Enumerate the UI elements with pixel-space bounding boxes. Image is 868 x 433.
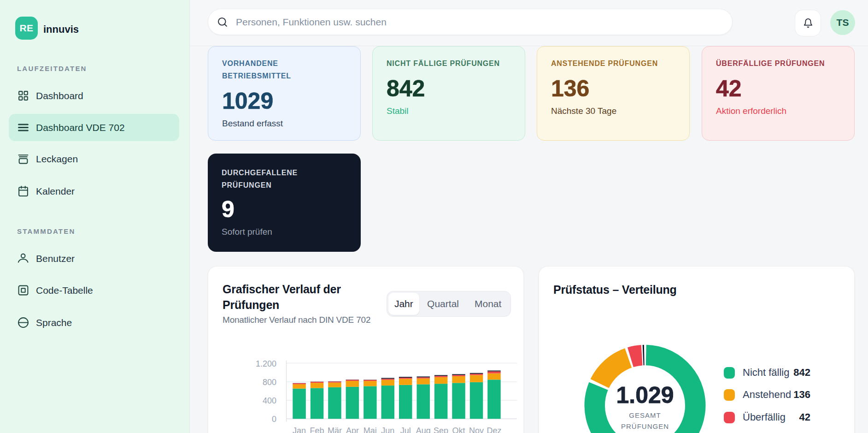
svg-text:0: 0 <box>272 415 276 424</box>
svg-text:GESAMT: GESAMT <box>629 411 661 419</box>
svg-text:Sep: Sep <box>434 426 448 433</box>
svg-text:Nov: Nov <box>469 426 484 433</box>
svg-text:Jan: Jan <box>293 426 306 433</box>
svg-text:Dez: Dez <box>487 426 501 433</box>
svg-text:Apr: Apr <box>346 426 359 433</box>
svg-text:PRÜFUNGEN: PRÜFUNGEN <box>621 422 669 430</box>
svg-text:800: 800 <box>263 378 276 387</box>
svg-text:400: 400 <box>263 396 276 405</box>
svg-text:Jun: Jun <box>381 426 394 433</box>
svg-text:Feb: Feb <box>310 426 324 433</box>
svg-text:Mai: Mai <box>364 426 377 433</box>
svg-text:1.029: 1.029 <box>616 382 674 408</box>
svg-text:1.200: 1.200 <box>256 359 276 368</box>
svg-text:Okt: Okt <box>452 426 465 433</box>
svg-text:Aug: Aug <box>416 426 431 433</box>
svg-text:Jul: Jul <box>400 426 411 433</box>
svg-text:Mär: Mär <box>328 426 342 433</box>
